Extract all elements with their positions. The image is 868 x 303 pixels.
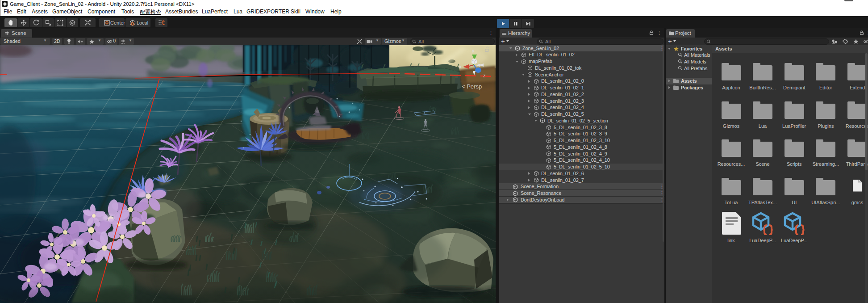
svg-text:< Persp: < Persp [462, 83, 482, 90]
svg-text:y: y [472, 48, 475, 53]
svg-text:z: z [483, 73, 486, 78]
svg-text:x: x [459, 64, 462, 69]
